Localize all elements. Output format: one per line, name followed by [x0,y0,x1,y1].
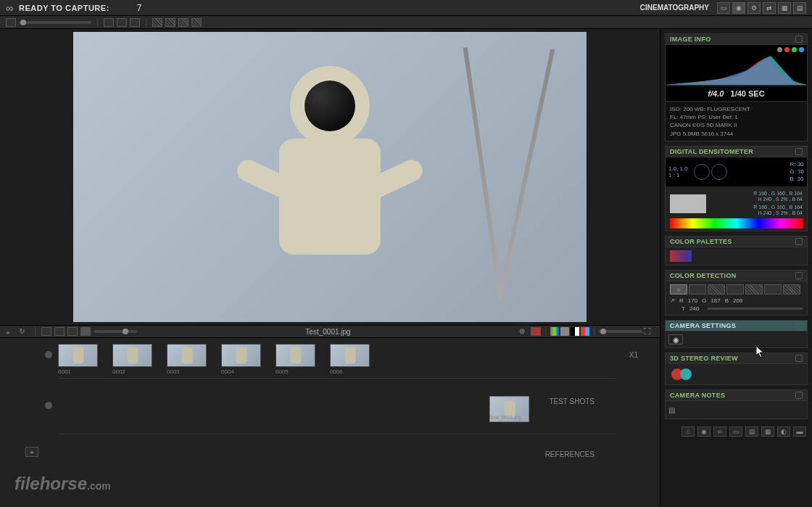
add-reference-button[interactable]: + [25,447,38,457]
eyedropper-icon[interactable]: ↗ [670,297,675,304]
thumbnail-label: 0005 [276,368,315,375]
btm-3-icon[interactable]: ∞ [713,426,726,437]
histogram-blue-dot[interactable] [799,47,804,52]
mode-monitor-icon[interactable]: ▭ [717,2,730,14]
panel-collapse-icon[interactable] [795,392,803,399]
thumbnail-label: 0004 [221,368,261,375]
mode-sliders-icon[interactable]: ⚙ [747,2,761,14]
fullscreen-icon[interactable]: ⛶ [644,327,654,336]
image-info-panel: IMAGE INFO f/4.0 1/ [665,33,808,141]
notes-title: CAMERA NOTES [670,392,725,399]
thumbnail[interactable] [58,344,98,367]
status-label: READY TO CAPTURE: [19,4,109,12]
rotate-icon[interactable]: ↻ [19,327,29,336]
mode-label: CINEMATOGRAPHY [640,4,709,12]
hatch-2-icon[interactable] [165,18,175,27]
track-marker-1[interactable] [45,351,52,358]
detect-mode-6[interactable] [764,284,782,294]
thumbnail[interactable] [276,344,315,367]
tool-square-icon[interactable] [6,18,16,27]
track-marker-2[interactable] [45,402,52,409]
panel-collapse-icon[interactable] [795,322,803,329]
image-info-title: IMAGE INFO [670,36,711,43]
preview-image [73,32,587,322]
mode-panels-icon[interactable]: ▤ [793,2,806,14]
grid-2-icon[interactable] [54,327,65,336]
btm-8-icon[interactable]: ▬ [793,426,806,437]
detect-mode-2[interactable] [689,284,706,294]
thumbnail[interactable] [112,344,152,367]
threshold-slider[interactable] [708,308,803,310]
channel-bw-icon[interactable] [571,327,579,336]
color-gradient[interactable] [670,218,803,228]
histogram-green-dot[interactable] [792,47,797,52]
record-icon[interactable] [531,327,541,336]
thumbnail[interactable] [167,344,207,367]
channel-split-icon[interactable] [581,327,589,336]
histogram [666,45,807,85]
palette-swatch[interactable] [670,250,692,262]
panel-collapse-icon[interactable] [795,238,803,245]
hatch-3-icon[interactable] [178,18,188,27]
tool-c-icon[interactable] [130,18,140,27]
densitometer-title: DIGITAL DENSITOMETER [670,148,753,155]
hatch-4-icon[interactable] [191,18,202,27]
mode-link-icon[interactable]: ⇄ [763,2,776,14]
tool-b-icon[interactable] [117,18,127,27]
zoom-slider[interactable] [94,330,137,333]
detect-mode-7[interactable] [783,284,800,294]
target-icon[interactable]: ⊕ [519,327,529,336]
detect-mode-5[interactable] [745,284,763,294]
sample-swatch [670,194,706,213]
flip-icon[interactable]: ⟁ [6,327,16,336]
btm-4-icon[interactable]: ▭ [729,426,742,437]
panel-collapse-icon[interactable] [795,36,803,43]
hatch-1-icon[interactable] [152,18,162,27]
grid-4-icon[interactable] [80,327,91,336]
stereo-right-dot[interactable] [680,368,692,380]
thumbnail-label: 0006 [330,368,370,375]
thumbnail[interactable] [221,344,261,367]
palettes-title: COLOR PALETTES [670,238,732,245]
color-detection-panel: COLOR DETECTION ▫ ↗ R170 G187 B208 [665,270,808,316]
opacity-slider[interactable] [19,21,91,24]
color-palettes-panel: COLOR PALETTES [665,236,808,265]
camera-title: CAMERA SETTINGS [670,322,736,329]
references-label: REFERENCES [545,450,594,458]
thumbnail[interactable] [330,344,370,367]
detect-mode-3[interactable] [708,284,725,294]
panel-collapse-icon[interactable] [795,355,803,362]
btm-6-icon[interactable]: ▦ [761,426,774,437]
btm-1-icon[interactable]: ⌂ [682,426,695,437]
right-panel: IMAGE INFO f/4.0 1/ [660,29,812,507]
mode-camera-icon[interactable]: ◉ [732,2,745,14]
viewport-toolbar: ⟁ ↻ Test_0001.jpg ⊕ ⛶ [0,325,660,338]
histogram-red-dot[interactable] [784,47,790,52]
panel-collapse-icon[interactable] [795,148,803,155]
btm-5-icon[interactable]: ▤ [745,426,758,437]
camera-settings-panel: CAMERA SETTINGS ◉ [665,320,808,348]
grid-3-icon[interactable] [67,327,78,336]
btm-7-icon[interactable]: ◐ [777,426,790,437]
panel-collapse-icon[interactable] [795,272,803,279]
testshots-label: TEST SHOTS [549,397,594,405]
channel-rgb-icon[interactable] [550,327,559,336]
exposure-readout: f/4.0 1/40 SEC [666,86,807,101]
secondary-toolbar [0,16,812,29]
mode-grid-icon[interactable]: ▦ [778,2,791,14]
camera-notes-panel: CAMERA NOTES ▤ [665,389,808,419]
viewport[interactable] [0,29,660,325]
capture-counter: 7 [137,3,142,13]
detect-mode-4[interactable] [726,284,744,294]
app-icon: ∞ [6,2,13,14]
histogram-luma-dot[interactable] [777,47,782,52]
detect-mode-1[interactable]: ▫ [670,284,687,294]
densitometer-panel: DIGITAL DENSITOMETER 1.0, 1.0 1 : 1 R: 3… [665,146,808,232]
exposure-slider[interactable] [599,330,642,333]
btm-2-icon[interactable]: ◉ [697,426,710,437]
tool-a-icon[interactable] [104,18,114,27]
camera-icon[interactable]: ◉ [668,334,683,345]
grid-1-icon[interactable] [41,327,51,336]
channel-gray-icon[interactable] [560,327,569,336]
notes-icon[interactable]: ▤ [668,406,675,414]
